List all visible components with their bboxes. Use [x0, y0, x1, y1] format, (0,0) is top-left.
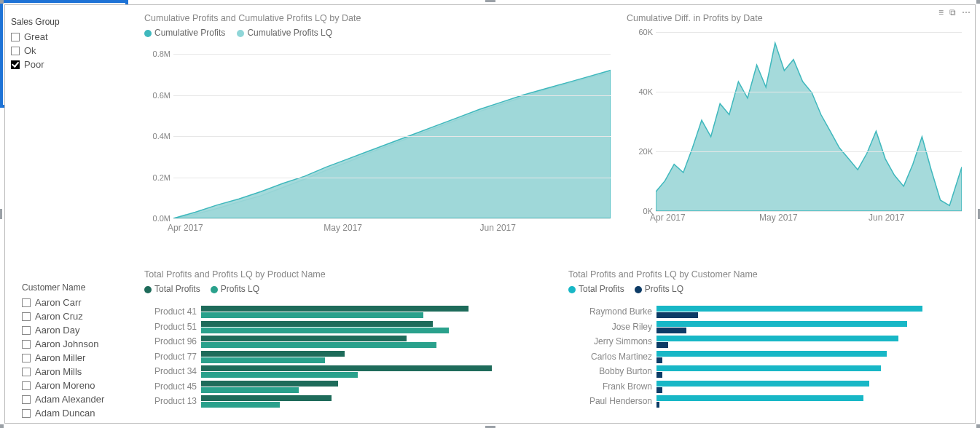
slicer-item-label: Aaron Mills — [35, 365, 82, 379]
checkbox-icon[interactable] — [22, 354, 31, 362]
bar-row[interactable]: Product 51 — [144, 320, 538, 335]
bar-category-label: Product 45 — [144, 381, 197, 392]
bar-row[interactable]: Jerry Simmons — [568, 334, 962, 349]
checkbox-icon[interactable] — [11, 47, 20, 55]
bar-category-label: Jose Riley — [568, 322, 652, 332]
bar-segment — [201, 372, 358, 378]
bar-row[interactable]: Bobby Burton — [568, 364, 962, 379]
more-options-icon[interactable]: ⋯ — [962, 8, 971, 17]
checkbox-icon[interactable] — [22, 298, 31, 307]
chart-legend: Total Profits Profits LQ — [568, 284, 976, 294]
checkbox-icon[interactable] — [22, 326, 31, 335]
slicer-item-label: Poor — [24, 58, 44, 71]
chart-title: Total Profits and Profits LQ by Customer… — [568, 269, 976, 280]
y-axis-tick: 60K — [638, 28, 653, 36]
bar-category-label: Raymond Burke — [568, 306, 652, 317]
checkbox-icon[interactable] — [22, 340, 31, 349]
checkbox-icon[interactable] — [22, 381, 31, 390]
bar-segment — [201, 357, 325, 363]
chart-profits-by-product[interactable]: Total Profits and Profits LQ by Product … — [144, 269, 538, 426]
bar-segment — [201, 351, 345, 357]
chart-cumulative-diff[interactable]: Cumulative Diff. in Profits by Date 60K4… — [627, 13, 962, 231]
bar-row[interactable]: Product 41 — [144, 304, 538, 320]
bar-segment — [201, 402, 280, 408]
bar-row[interactable]: Product 45 — [144, 379, 538, 395]
slicer-item[interactable]: Adam Alexander — [22, 392, 138, 406]
bar-row[interactable]: Product 77 — [144, 349, 538, 365]
checkbox-icon[interactable] — [22, 409, 31, 418]
bar-segment — [201, 312, 423, 318]
slicer-item-label: Aaron Miller — [35, 351, 85, 365]
chart-cumulative-profits[interactable]: Cumulative Profits and Cumulative Profit… — [144, 13, 611, 231]
slicer-item-label: Aaron Moreno — [35, 379, 95, 392]
bar-category-label: Paul Henderson — [568, 396, 652, 406]
slicer-item-label: Adam Alexander — [35, 392, 104, 406]
slicer-item-label: Ok — [24, 44, 36, 58]
bar-row[interactable]: Product 34 — [144, 364, 538, 379]
slicer-sales-group-selected[interactable]: ≡ ⧉ ⋯ Sales Group GreatOkPoor — [0, 0, 128, 108]
slicer-item[interactable]: Aaron Carr — [22, 296, 138, 309]
bar-category-label: Product 34 — [144, 366, 197, 376]
y-axis-tick: 0.0M — [153, 214, 170, 223]
slicer-customer-name[interactable]: Customer Name Aaron CarrAaron CruzAaron … — [22, 282, 138, 420]
slicer-item[interactable]: Aaron Mills — [22, 365, 138, 379]
bar-category-label: Product 51 — [144, 322, 197, 332]
checkbox-icon[interactable] — [11, 60, 20, 69]
bar-segment — [656, 381, 869, 387]
chart-title: Cumulative Profits and Cumulative Profit… — [144, 13, 611, 23]
bar-category-label: Frank Brown — [568, 381, 652, 392]
y-axis-tick: 20K — [638, 147, 653, 156]
bar-category-label: Bobby Burton — [568, 366, 652, 376]
checkbox-icon[interactable] — [22, 395, 31, 404]
bar-segment — [656, 321, 907, 327]
bar-segment — [656, 402, 659, 408]
bar-row[interactable]: Raymond Burke — [568, 304, 962, 320]
bar-category-label: Jerry Simmons — [568, 336, 652, 346]
slicer-item-label: Adam Duncan — [35, 406, 95, 420]
bar-row[interactable]: Jose Riley — [568, 320, 962, 335]
bar-segment — [656, 372, 662, 378]
bar-category-label: Product 77 — [144, 352, 197, 362]
bar-segment — [201, 306, 469, 312]
bar-row[interactable]: Frank Brown — [568, 379, 962, 395]
bar-segment — [656, 328, 686, 333]
y-axis-tick: 0.2M — [153, 173, 170, 182]
slicer-item[interactable]: Aaron Moreno — [22, 379, 138, 392]
bar-row[interactable]: Product 13 — [144, 394, 538, 409]
bar-segment — [201, 342, 436, 348]
bar-segment — [201, 395, 332, 401]
bar-segment — [656, 342, 668, 348]
slicer-title: Customer Name — [22, 282, 138, 293]
bar-segment — [656, 395, 863, 401]
slicer-item[interactable]: Aaron Cruz — [22, 309, 138, 323]
bar-segment — [656, 312, 698, 318]
bar-row[interactable]: Product 96 — [144, 334, 538, 349]
bar-segment — [201, 336, 407, 341]
chart-profits-by-customer[interactable]: Total Profits and Profits LQ by Customer… — [568, 269, 976, 426]
x-axis-tick: May 2017 — [759, 213, 798, 223]
checkbox-icon[interactable] — [22, 312, 31, 321]
bar-segment — [656, 387, 662, 393]
x-axis-tick: Apr 2017 — [168, 223, 203, 233]
chart-legend: Total Profits Profits LQ — [144, 284, 538, 294]
bar-category-label: Product 41 — [144, 306, 197, 317]
y-axis-tick: 40K — [638, 87, 653, 96]
bar-segment — [201, 321, 433, 327]
chart-title: Total Profits and Profits LQ by Product … — [144, 269, 538, 280]
checkbox-icon[interactable] — [22, 368, 31, 376]
bar-category-label: Product 13 — [144, 396, 197, 406]
slicer-item-label: Aaron Cruz — [35, 309, 83, 323]
bar-row[interactable]: Carlos Martinez — [568, 349, 962, 365]
slicer-item[interactable]: Adam Duncan — [22, 406, 138, 420]
slicer-item-label: Great — [24, 30, 48, 44]
bar-category-label: Product 96 — [144, 336, 197, 346]
checkbox-icon[interactable] — [11, 33, 20, 41]
bar-row[interactable]: Paul Henderson — [568, 394, 962, 409]
bar-segment — [201, 365, 492, 371]
slicer-item-label: Aaron Carr — [35, 296, 82, 309]
y-axis-tick: 0.8M — [153, 49, 170, 58]
slicer-item[interactable]: Aaron Johnson — [22, 337, 138, 351]
slicer-item[interactable]: Aaron Day — [22, 323, 138, 337]
y-axis-tick: 0.6M — [153, 91, 170, 100]
slicer-item[interactable]: Aaron Miller — [22, 351, 138, 365]
